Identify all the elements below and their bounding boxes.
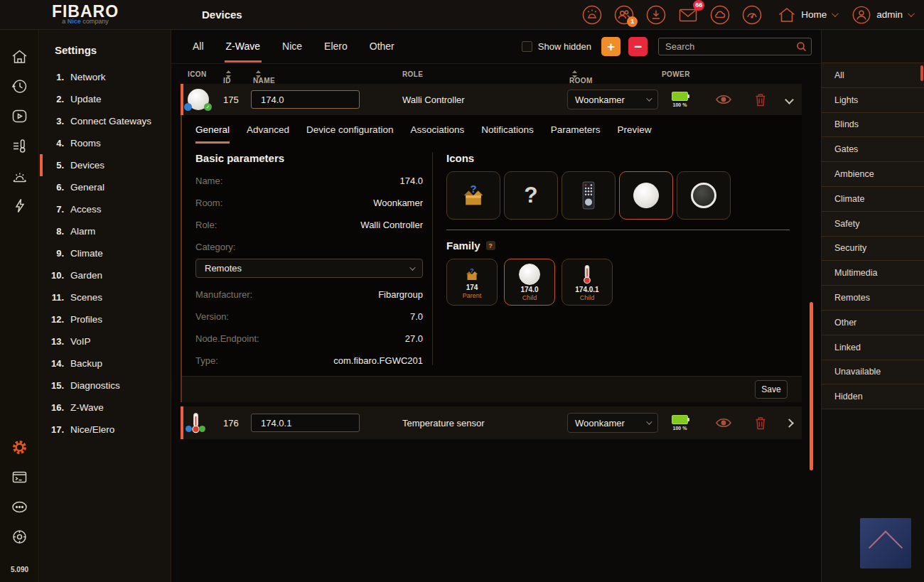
detail-tab-notifications[interactable]: Notifications [481,124,534,144]
dashboard-icon[interactable] [741,4,763,26]
show-hidden-checkbox[interactable] [522,41,532,52]
device-row-175[interactable]: ✓ 175 Walli Controller Woonkamer 100 % [181,84,802,115]
icon-tile-question-mark[interactable]: ? [504,171,558,220]
users-icon[interactable]: 1 [613,4,635,26]
user-menu[interactable]: admin [852,5,913,25]
sidebar-item-general[interactable]: 6.General [40,176,171,198]
sidebar-item-update[interactable]: 2.Update [40,88,171,110]
history-icon[interactable] [11,77,28,95]
family-items: ? 174 Parent 174.0 Child 174.0. [446,259,790,306]
filter-item-linked[interactable]: Linked [822,335,924,360]
power-icon[interactable] [11,197,28,215]
sidebar-item-climate[interactable]: 9.Climate [40,242,171,264]
sidebar-item-network[interactable]: 1.Network [40,66,171,88]
detail-tab-preview[interactable]: Preview [618,124,652,144]
column-name[interactable]: NAME [253,70,261,79]
terminal-icon[interactable] [11,468,28,486]
room-select[interactable]: Woonkamer [567,90,658,109]
messages-icon[interactable]: 66 [677,4,699,26]
detail-tab-parameters[interactable]: Parameters [551,124,601,144]
filter-item-security[interactable]: Security [822,237,924,262]
fibaro-logo[interactable]: FIBARO a Nice company [0,4,171,25]
panel-scrollbar[interactable] [810,302,813,470]
family-tile-child-current[interactable]: 174.0 Child [504,259,555,306]
family-help-icon[interactable]: ? [486,241,495,250]
tab-zwave[interactable]: Z-Wave [225,31,262,63]
filter-item-safety[interactable]: Safety [822,212,924,237]
icon-tile-dark-button[interactable] [677,171,731,220]
search-input[interactable] [658,38,812,55]
filter-item-remotes[interactable]: Remotes [822,286,924,311]
icon-tile-remote-control[interactable] [562,171,616,220]
media-icon[interactable] [11,107,28,125]
climate-icon[interactable] [11,137,28,155]
tab-nice[interactable]: Nice [281,31,303,63]
category-select[interactable]: Remotes [195,259,423,278]
filter-item-hidden[interactable]: Hidden [822,384,924,409]
sidebar-item-rooms[interactable]: 4.Rooms [40,132,171,154]
sidebar-item-garden[interactable]: 10.Garden [40,264,171,286]
home-selector[interactable]: Home [778,6,837,23]
tab-all[interactable]: All [191,31,205,63]
sidebar-item-connect-gateways[interactable]: 3.Connect Gateways [40,110,171,132]
scroll-to-top-button[interactable] [860,518,911,568]
collapse-row-chevron[interactable] [785,95,794,104]
room-select[interactable]: Woonkamer [567,413,658,433]
icons-section-title: Icons [446,152,790,164]
delete-trash-icon[interactable] [755,416,766,430]
visibility-eye-icon[interactable] [715,417,732,429]
filter-item-multimedia[interactable]: Multimedia [822,261,924,286]
add-device-button[interactable]: + [601,37,621,56]
column-room[interactable]: ROOM [569,70,577,79]
column-icon: ICON [188,70,207,78]
icon-tile-white-button[interactable] [619,171,673,220]
hub-icon[interactable] [11,528,28,546]
filter-item-ambience[interactable]: Ambience [822,162,924,187]
sidebar-item-nice-elero[interactable]: 17.Nice/Elero [40,419,171,441]
sidebar-item-backup[interactable]: 14.Backup [40,352,171,374]
detail-tab-general[interactable]: General [195,124,230,144]
brand-name: FIBARO [0,4,171,19]
detail-tab-device-configuration[interactable]: Device configuration [306,124,393,144]
detail-tab-associations[interactable]: Associations [410,124,464,144]
home-icon[interactable] [11,48,28,66]
family-tile-parent[interactable]: ? 174 Parent [446,259,498,306]
column-id[interactable]: ID [223,70,231,79]
visibility-eye-icon[interactable] [715,94,732,105]
sidebar-item-diagnostics[interactable]: 15.Diagnostics [40,374,171,397]
sidebar-item-devices[interactable]: 5.Devices [40,154,171,176]
delete-trash-icon[interactable] [755,93,766,107]
remove-device-button[interactable]: − [628,37,648,56]
weather-icon[interactable] [709,4,731,26]
sidebar-item-zwave[interactable]: 16.Z-Wave [40,397,171,419]
sidebar-item-scenes[interactable]: 11.Scenes [40,286,171,308]
detail-tab-advanced[interactable]: Advanced [247,124,289,144]
tab-other[interactable]: Other [368,31,396,63]
save-button[interactable]: Save [755,380,788,399]
alarm-icon[interactable] [11,168,28,185]
filter-item-other[interactable]: Other [822,311,924,335]
sidebar-scrollbar-thumb[interactable] [920,65,923,81]
family-tile-child-sensor[interactable]: 174.0.1 Child [562,259,613,306]
console-icon[interactable] [11,498,28,516]
filter-item-lights[interactable]: Lights [822,88,924,113]
icon-tile-unknown-box[interactable]: ? [446,171,500,220]
sidebar-item-profiles[interactable]: 12.Profiles [40,308,171,330]
filter-item-climate[interactable]: Climate [822,187,924,212]
filter-item-unavailable[interactable]: Unavailable [822,360,924,385]
sidebar-item-access[interactable]: 7.Access [40,198,171,220]
expand-row-chevron[interactable] [785,419,794,428]
device-name-input[interactable] [251,90,360,109]
sidebar-item-alarm[interactable]: 8.Alarm [40,220,171,242]
category-filter-sidebar: All Lights Blinds Gates Ambience Climate… [821,30,924,582]
siren-icon[interactable] [581,4,603,26]
device-name-input[interactable] [251,414,360,432]
download-icon[interactable] [645,4,667,26]
device-row-176[interactable]: 176 Temperature sensor Woonkamer 100 % [181,406,802,439]
tab-elero[interactable]: Elero [323,31,349,63]
filter-item-gates[interactable]: Gates [822,137,924,162]
sidebar-item-voip[interactable]: 13.VoIP [40,330,171,352]
settings-gear-icon[interactable] [11,438,28,456]
filter-item-all[interactable]: All [822,63,924,88]
filter-item-blinds[interactable]: Blinds [822,113,924,138]
